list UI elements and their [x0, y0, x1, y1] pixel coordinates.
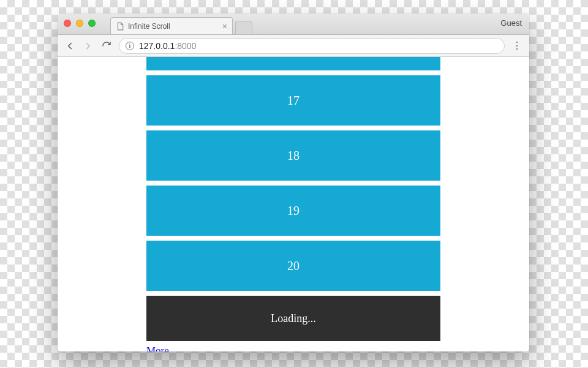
- browser-window: Infinite Scroll × Guest i: [58, 13, 529, 351]
- list-item: 18: [146, 130, 440, 181]
- new-tab-button[interactable]: [235, 21, 252, 34]
- toolbar: i 127.0.0.1:8000 ⋮: [58, 35, 529, 57]
- profile-badge[interactable]: Guest: [500, 18, 522, 28]
- site-info-icon[interactable]: i: [126, 42, 134, 50]
- menu-button[interactable]: ⋮: [511, 40, 523, 52]
- list-item-label: 19: [287, 204, 300, 218]
- reload-button[interactable]: [100, 40, 113, 52]
- list-item-label: 20: [287, 259, 300, 273]
- loading-indicator: Loading...: [146, 296, 440, 341]
- loading-label: Loading...: [271, 312, 316, 325]
- tabstrip: Infinite Scroll ×: [110, 13, 255, 34]
- titlebar: Infinite Scroll × Guest: [58, 13, 529, 35]
- window-close-button[interactable]: [64, 20, 71, 27]
- file-icon: [116, 22, 124, 31]
- forward-button[interactable]: [82, 40, 94, 52]
- list-item: 19: [146, 186, 440, 236]
- back-button[interactable]: [64, 40, 76, 52]
- page-content: 16 17 18 19 20 Loading... More: [58, 57, 529, 351]
- more-link[interactable]: More: [146, 344, 440, 351]
- page-viewport[interactable]: 16 17 18 19 20 Loading... More: [58, 57, 529, 351]
- window-maximize-button[interactable]: [88, 20, 96, 27]
- tab-title: Infinite Scroll: [128, 22, 170, 31]
- infinite-list: 16 17 18 19 20 Loading...: [146, 57, 440, 341]
- list-item-label: 18: [287, 149, 300, 163]
- window-controls: [64, 20, 96, 27]
- more-link-label: More: [146, 345, 169, 351]
- list-item-label: 17: [287, 94, 300, 108]
- tab-active[interactable]: Infinite Scroll ×: [110, 17, 233, 34]
- url-host: 127.0.0.1: [139, 41, 175, 51]
- list-item: 16: [146, 57, 440, 70]
- url-port: :8000: [175, 41, 196, 51]
- close-icon[interactable]: ×: [222, 22, 227, 31]
- window-minimize-button[interactable]: [76, 20, 83, 27]
- list-item: 20: [146, 241, 440, 291]
- address-bar[interactable]: i 127.0.0.1:8000: [119, 38, 505, 54]
- list-item: 17: [146, 75, 440, 126]
